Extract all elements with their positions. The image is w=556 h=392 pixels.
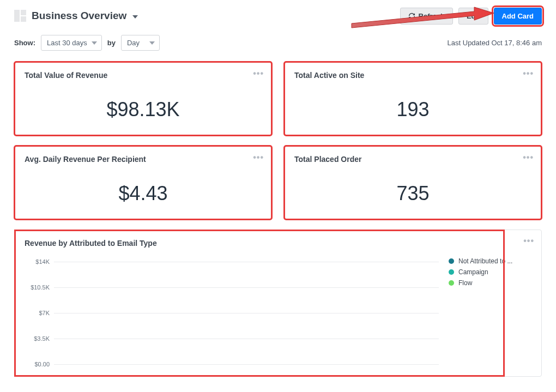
card-active-on-site: Total Active on Site ••• 193 [284, 62, 542, 136]
card-total-revenue: Total Value of Revenue ••• $98.13K [14, 62, 272, 136]
legend-label: Campaign [458, 268, 488, 276]
y-tick-label: $3.5K [25, 335, 53, 342]
kpi-cards: Total Value of Revenue ••• $98.13K Total… [14, 62, 542, 220]
card-title: Avg. Daily Revenue Per Recipient [25, 155, 262, 164]
date-range-value: Last 30 days [47, 39, 87, 47]
y-axis: $14K$10.5K$7K$3.5K$0.00 [25, 257, 53, 364]
refresh-label: Refresh [419, 12, 445, 20]
card-value: $4.43 [25, 182, 262, 205]
legend-item-flow[interactable]: Flow [449, 279, 531, 287]
by-label: by [107, 39, 116, 47]
card-menu-button[interactable]: ••• [523, 153, 534, 162]
add-card-label: Add Card [502, 12, 534, 20]
show-label: Show: [14, 39, 35, 47]
swatch-icon [449, 269, 454, 275]
swatch-icon [449, 280, 454, 286]
legend-label: Flow [458, 279, 472, 287]
legend-item-not-attributed[interactable]: Not Attributed to ... [449, 257, 531, 265]
card-value: $98.13K [25, 98, 262, 121]
chart-plot: $14K$10.5K$7K$3.5K$0.00 [25, 257, 439, 372]
dashboard-grid-icon [14, 10, 26, 22]
date-range-select[interactable]: Last 30 days [41, 35, 102, 51]
chart-card-wrap: ••• Revenue by Attributed to Email Type … [14, 230, 542, 377]
card-title: Total Placed Order [294, 155, 531, 164]
caret-down-icon [132, 15, 138, 19]
grid-line [54, 262, 439, 262]
granularity-select[interactable]: Day [121, 35, 160, 51]
card-title: Total Active on Site [294, 71, 531, 80]
swatch-icon [449, 258, 454, 264]
page-title-dropdown[interactable]: Business Overview [32, 10, 138, 22]
card-menu-button[interactable]: ••• [253, 153, 264, 162]
header: Business Overview Refresh Edit Add Card [14, 7, 542, 25]
x-axis [54, 364, 439, 372]
card-menu-button[interactable]: ••• [523, 236, 534, 246]
last-updated: Last Updated Oct 17, 8:46 am [448, 39, 542, 47]
card-menu-button[interactable]: ••• [253, 69, 264, 79]
grid-line [54, 364, 439, 365]
card-revenue-by-email-type: ••• Revenue by Attributed to Email Type … [14, 230, 542, 377]
card-title: Revenue by Attributed to Email Type [25, 239, 531, 248]
y-tick-label: $14K [25, 258, 53, 265]
y-tick-label: $0.00 [25, 361, 53, 367]
card-menu-button[interactable]: ••• [523, 69, 534, 79]
add-card-button[interactable]: Add Card [494, 8, 542, 25]
granularity-value: Day [127, 39, 140, 47]
edit-button[interactable]: Edit [458, 8, 488, 25]
refresh-button[interactable]: Refresh [400, 8, 453, 25]
grid-line [54, 313, 439, 313]
card-title: Total Value of Revenue [25, 71, 262, 80]
card-value: 193 [294, 98, 531, 121]
refresh-icon [408, 13, 415, 20]
card-avg-daily-revenue: Avg. Daily Revenue Per Recipient ••• $4.… [14, 146, 272, 220]
caret-down-icon [92, 41, 97, 45]
filter-row: Show: Last 30 days by Day Last Updated O… [14, 35, 542, 51]
caret-down-icon [149, 41, 155, 45]
chart-legend: Not Attributed to ... Campaign Flow [439, 257, 531, 372]
y-tick-label: $10.5K [25, 284, 53, 291]
card-placed-order: Total Placed Order ••• 735 [284, 146, 542, 220]
legend-item-campaign[interactable]: Campaign [449, 268, 531, 276]
edit-label: Edit [467, 12, 480, 20]
grid-line [54, 287, 439, 288]
card-value: 735 [294, 182, 531, 205]
y-tick-label: $7K [25, 310, 53, 316]
legend-label: Not Attributed to ... [458, 257, 512, 265]
grid-line [54, 339, 439, 339]
page-title: Business Overview [32, 10, 126, 21]
